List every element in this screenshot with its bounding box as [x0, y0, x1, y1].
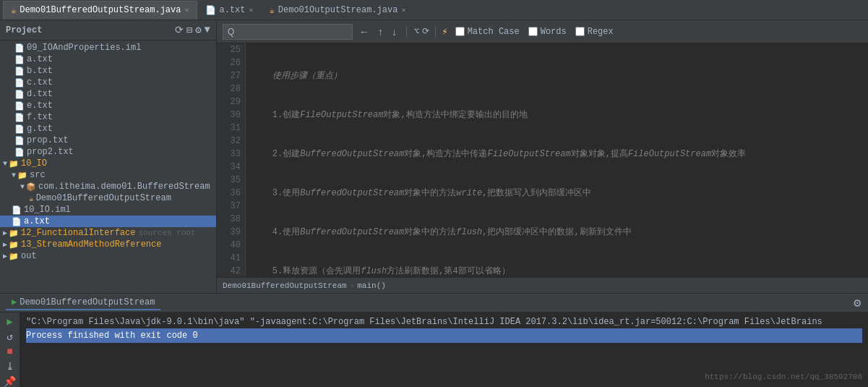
- filter-icon[interactable]: ⚡: [442, 25, 447, 38]
- scroll-to-end-button[interactable]: ⤓: [3, 360, 17, 373]
- line-num: 31: [221, 122, 241, 135]
- sources-root-badge: sources root: [138, 229, 195, 237]
- tree-item-atxt2[interactable]: 📄 a.txt: [0, 216, 216, 227]
- tree-item-13sa[interactable]: ▶ 📁 13_StreamAndMethodReference: [0, 239, 216, 250]
- stop-button[interactable]: ■: [3, 346, 17, 357]
- tree-item-label: c.txt: [27, 77, 53, 88]
- regex-option[interactable]: Regex: [575, 27, 614, 37]
- tree-item-ctxt[interactable]: 📄 c.txt: [0, 77, 216, 88]
- tree-item-label: com.itheima.demo01.BufferedStream: [38, 182, 210, 192]
- tree-item-label: e.txt: [27, 101, 53, 111]
- line-num: 35: [221, 174, 241, 187]
- tree-item-label: 13_StreamAndMethodReference: [21, 239, 161, 250]
- tree-item-src[interactable]: ▼ 📁 src: [0, 169, 216, 181]
- tree-item-demo01class[interactable]: ☕ Demo01BufferedOutputStream: [0, 192, 216, 204]
- tab-label: a.txt: [220, 5, 246, 15]
- expand-arrow-icon: ▼: [12, 171, 16, 179]
- main-area: Project ⟳ ⊟ ⚙ ▼ 📄 09_IOAndProperties.iml…: [0, 20, 868, 293]
- tree-item-label: prop.txt: [27, 135, 69, 145]
- line-num: 30: [221, 109, 241, 122]
- settings-gear-icon[interactable]: ⚙: [853, 297, 862, 309]
- words-option[interactable]: Words: [528, 27, 567, 37]
- code-text: 5.释放资源（会先调用flush方法刷新数据,第4部可以省略）: [252, 265, 510, 277]
- collapse-icon[interactable]: ⊟: [186, 24, 192, 36]
- close-icon[interactable]: ✕: [184, 6, 189, 14]
- tree-item-label: 09_IOAndProperties.iml: [27, 43, 141, 53]
- tab-demo01output[interactable]: ☕ Demo01OutputStream.java ✕: [262, 1, 414, 20]
- java-file-icon: ☕: [11, 5, 16, 16]
- words-label: Words: [541, 27, 567, 37]
- search-input[interactable]: [223, 24, 353, 40]
- tree-item-etxt[interactable]: 📄 e.txt: [0, 100, 216, 111]
- tree-item-dtxt[interactable]: 📄 d.txt: [0, 88, 216, 100]
- line-num: 38: [221, 213, 241, 226]
- regex-checkbox[interactable]: [575, 27, 585, 36]
- tree-item-ftxt[interactable]: 📄 f.txt: [0, 111, 216, 123]
- sidebar-actions: ⟳ ⊟ ⚙ ▼: [175, 24, 210, 36]
- separator: [435, 26, 436, 38]
- sync-icon[interactable]: ⟳: [175, 24, 184, 36]
- tree-item-10ioiml[interactable]: 📄 10_IO.iml: [0, 204, 216, 216]
- txt-icon: 📄: [14, 90, 25, 99]
- sidebar-title: Project: [6, 25, 42, 35]
- expand-icon[interactable]: ▼: [205, 24, 210, 36]
- code-line: 1.创建FileOutputStream对象,构造方法中绑定要输出的目的地: [252, 109, 862, 122]
- folder-icon: 📁: [9, 240, 19, 250]
- refresh-icon[interactable]: ⟳: [422, 26, 429, 37]
- line-num: 33: [221, 148, 241, 161]
- src-folder-icon: 📁: [17, 171, 27, 180]
- editor-area: ← ↑ ↓ ⌥ ⟳ ⚡ Match Case W: [217, 20, 868, 293]
- pin-button[interactable]: 📌: [3, 375, 17, 387]
- breadcrumb-bar: Demo01BufferedOutputStream › main(): [217, 277, 868, 293]
- run-tab-label: Demo01BufferedOutputStream: [20, 297, 155, 307]
- line-num: 34: [221, 161, 241, 174]
- word-wrap-icon[interactable]: ⌥: [414, 26, 419, 37]
- close-icon[interactable]: ✕: [249, 6, 254, 14]
- play-button[interactable]: ▶: [3, 315, 17, 328]
- code-content[interactable]: 使用步骤（重点） 1.创建FileOutputStream对象,构造方法中绑定要…: [246, 43, 868, 277]
- tree-item-prop2txt[interactable]: 📄 prop2.txt: [0, 146, 216, 158]
- nav-up-button[interactable]: ↑: [376, 26, 385, 38]
- match-case-checkbox[interactable]: [455, 27, 465, 36]
- tree-item-09io[interactable]: 📄 09_IOAndProperties.iml: [0, 42, 216, 54]
- code-text: 使用步骤（重点）: [252, 69, 342, 82]
- package-icon: 📦: [26, 182, 36, 192]
- tree-item-btxt[interactable]: 📄 b.txt: [0, 65, 216, 77]
- nav-back-button[interactable]: ←: [357, 26, 371, 38]
- line-num: 29: [221, 95, 241, 109]
- tree-item-atxt[interactable]: 📄 a.txt: [0, 54, 216, 65]
- txt-icon: 📄: [14, 55, 25, 64]
- txt-icon: 📄: [14, 101, 25, 111]
- tab-demo01buffered[interactable]: ☕ Demo01BufferedOutputStream.java ✕: [3, 1, 197, 20]
- settings-icon[interactable]: ⚙: [195, 24, 201, 36]
- close-icon[interactable]: ✕: [401, 6, 405, 14]
- words-checkbox[interactable]: [528, 27, 538, 36]
- txt-icon: 📄: [14, 113, 25, 122]
- match-case-option[interactable]: Match Case: [455, 27, 520, 37]
- tree-item-gtxt[interactable]: 📄 g.txt: [0, 123, 216, 135]
- rerun-button[interactable]: ↺: [3, 331, 17, 343]
- code-editor[interactable]: 25 26 27 28 29 30 31 32 33 34 35 36 37 3…: [217, 43, 868, 277]
- search-toolbar-buttons: ⌥ ⟳ ⚡: [414, 25, 448, 38]
- tree-item-com[interactable]: ▼ 📦 com.itheima.demo01.BufferedStream: [0, 181, 216, 192]
- folder-icon: 📁: [9, 159, 19, 169]
- txt-icon: 📄: [14, 78, 25, 88]
- run-output-cmd-line: "C:\Program Files\Java\jdk-9.0.1\bin\jav…: [26, 315, 862, 328]
- code-line: 5.释放资源（会先调用flush方法刷新数据,第4部可以省略）: [252, 265, 862, 277]
- run-output-selected-text: Process finished with exit code 0: [26, 328, 862, 343]
- run-tab[interactable]: ▶ Demo01BufferedOutputStream: [6, 295, 160, 310]
- nav-down-button[interactable]: ↓: [390, 26, 399, 38]
- tree-item-12fi[interactable]: ▶ 📁 12_FunctionalInterface sources root: [0, 227, 216, 239]
- tree-item-label: Demo01BufferedOutputStream: [36, 193, 171, 203]
- expand-arrow-icon: ▶: [3, 229, 7, 237]
- tree-item-out[interactable]: ▶ 📁 out: [0, 250, 216, 262]
- tree-item-label: d.txt: [27, 89, 53, 99]
- tree-item-proptxt[interactable]: 📄 prop.txt: [0, 135, 216, 146]
- line-num: 42: [221, 265, 241, 277]
- ide-container: ☕ Demo01BufferedOutputStream.java ✕ 📄 a.…: [0, 0, 868, 387]
- tree-item-10io[interactable]: ▼ 📁 10_IO: [0, 158, 216, 169]
- expand-arrow-icon: ▼: [3, 160, 7, 168]
- sidebar-header: Project ⟳ ⊟ ⚙ ▼: [0, 20, 216, 41]
- tab-atxt[interactable]: 📄 a.txt ✕: [197, 1, 262, 20]
- tree-item-label: 10_IO: [21, 158, 47, 169]
